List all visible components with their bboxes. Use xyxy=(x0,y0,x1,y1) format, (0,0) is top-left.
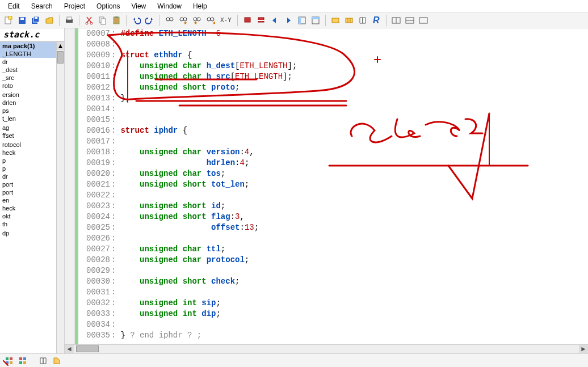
code-line[interactable]: 00007:#define ETH_LENGTH 6 xyxy=(82,28,588,39)
code-line[interactable]: 00020: unsigned char tos; xyxy=(82,168,588,179)
code-line[interactable]: 00018: unsigned char version:4, xyxy=(82,147,588,158)
bb-icon2[interactable] xyxy=(17,356,28,366)
symbol-item[interactable]: th xyxy=(0,220,56,228)
save-button[interactable] xyxy=(16,14,28,27)
symbol-item[interactable]: heck xyxy=(0,204,56,212)
symbol-item[interactable]: _src xyxy=(0,74,56,82)
paste-button[interactable] xyxy=(110,14,123,27)
scroll-right-icon[interactable]: ► xyxy=(579,345,588,353)
find-next-button[interactable]: ★ xyxy=(177,14,190,27)
symbol-item[interactable]: p xyxy=(0,157,56,164)
print-button[interactable] xyxy=(63,14,75,27)
layout2-button[interactable] xyxy=(309,14,322,27)
nav-forward-button[interactable] xyxy=(282,14,295,27)
window-split-v-button[interactable] xyxy=(404,14,416,27)
code-editor[interactable]: 00007:#define ETH_LENGTH 600008:00009:st… xyxy=(65,28,588,353)
menu-edit[interactable]: Edit xyxy=(3,1,24,11)
symbol-item[interactable]: en xyxy=(0,196,56,204)
code-line[interactable]: 00012: unsigned short proto; xyxy=(82,82,588,93)
h-scroll-thumb[interactable] xyxy=(76,345,99,352)
scroll-left-icon[interactable]: ◄ xyxy=(65,345,74,353)
symbol-item[interactable]: dr xyxy=(0,58,56,66)
code-line[interactable]: 00013:}; xyxy=(82,93,588,104)
menu-project[interactable]: Project xyxy=(60,1,90,11)
symbol-item[interactable]: ma pack(1) xyxy=(0,42,56,50)
code-line[interactable]: 00032: unsigned int sip; xyxy=(82,298,588,309)
symbol-item[interactable]: okt xyxy=(0,212,56,220)
code-line[interactable]: 00025: offset:13; xyxy=(82,222,588,233)
code-line[interactable]: 00027: unsigned char ttl; xyxy=(82,244,588,255)
scroll-up-icon[interactable]: ▲ xyxy=(57,42,64,50)
symbol-item[interactable]: port xyxy=(0,180,56,188)
symbol-item[interactable]: _dest xyxy=(0,66,56,74)
symbol-item[interactable]: dr xyxy=(0,172,56,180)
menu-search[interactable]: Search xyxy=(27,1,57,11)
copy-button[interactable] xyxy=(96,14,109,27)
code-line[interactable]: 00035:} ? end iphdr ? ; xyxy=(82,330,588,341)
symbol-item[interactable]: heck xyxy=(0,149,56,157)
bb-book-icon[interactable] xyxy=(37,356,49,366)
symbol-item[interactable]: t_len xyxy=(0,115,56,123)
scroll-thumb[interactable] xyxy=(57,51,64,64)
open-folder-button[interactable] xyxy=(43,14,56,27)
code-line[interactable]: 00033: unsigned int dip; xyxy=(82,309,588,319)
menu-view[interactable]: View xyxy=(127,1,150,11)
macro2-button[interactable] xyxy=(343,14,355,27)
code-line[interactable]: 00008: xyxy=(82,39,588,50)
code-line[interactable]: 00015: xyxy=(82,115,588,125)
code-line[interactable]: 00021: unsigned short tot_len; xyxy=(82,179,588,190)
code-body[interactable]: 00007:#define ETH_LENGTH 600008:00009:st… xyxy=(82,28,588,344)
find-button[interactable] xyxy=(163,14,176,27)
symbol-item[interactable]: roto xyxy=(0,82,56,90)
code-line[interactable]: 00014: xyxy=(82,104,588,115)
window-single-button[interactable] xyxy=(417,14,430,27)
code-line[interactable]: 00017: xyxy=(82,136,588,147)
window-split-h-button[interactable] xyxy=(390,14,402,27)
find-files-button[interactable]: ★ xyxy=(204,14,217,27)
nav-back-button[interactable] xyxy=(268,14,281,27)
bb-tag-icon[interactable] xyxy=(51,356,62,366)
redo-button[interactable] xyxy=(144,14,156,27)
cut-button[interactable] xyxy=(83,14,95,27)
code-line[interactable]: 00026: xyxy=(82,233,588,244)
file-tab[interactable]: stack.c xyxy=(0,28,64,41)
new-file-button[interactable] xyxy=(2,14,15,27)
menu-help[interactable]: Help xyxy=(188,1,212,11)
code-line[interactable]: 00010: unsigned char h_dest[ETH_LENGTH]; xyxy=(82,61,588,71)
code-line[interactable]: 00024: unsigned short flag:3, xyxy=(82,212,588,222)
code-line[interactable]: 00031: xyxy=(82,287,588,298)
symbol-item[interactable]: rotocol xyxy=(0,141,56,149)
layout1-button[interactable] xyxy=(296,14,308,27)
symbol-item[interactable]: _LENGTH xyxy=(0,50,56,58)
symbol-item[interactable]: port xyxy=(0,188,56,196)
symbol-item[interactable]: ag xyxy=(0,124,56,132)
code-line[interactable]: 00028: unsigned char protocol; xyxy=(82,255,588,265)
save-all-button[interactable] xyxy=(30,14,42,27)
code-line[interactable]: 00030: unsigned short check; xyxy=(82,276,588,287)
code-line[interactable]: 00016:struct iphdr { xyxy=(82,125,588,136)
code-line[interactable]: 00029: xyxy=(82,265,588,276)
menu-options[interactable]: Options xyxy=(92,1,124,11)
code-line[interactable]: 00034: xyxy=(82,319,588,330)
symbol-item[interactable]: ps xyxy=(0,107,56,115)
code-line[interactable]: 00019: hdrlen:4; xyxy=(82,158,588,168)
bookmark-set-button[interactable] xyxy=(241,14,254,27)
reference-button[interactable]: R xyxy=(370,14,383,27)
code-line[interactable]: 00011: unsigned char h_src[ETH_LENGTH]; xyxy=(82,71,588,82)
code-line[interactable]: 00023: unsigned short id; xyxy=(82,201,588,212)
find-prev-button[interactable]: ★ xyxy=(191,14,203,27)
code-line[interactable]: 00009:struct ethhdr { xyxy=(82,50,588,61)
symbol-item[interactable]: dp xyxy=(0,229,56,237)
symbol-item[interactable]: p xyxy=(0,164,56,172)
book-button[interactable] xyxy=(356,14,369,27)
sidebar-scrollbar[interactable]: ▲ xyxy=(56,42,64,353)
code-line[interactable]: 00022: xyxy=(82,190,588,201)
bookmark-del-button[interactable] xyxy=(255,14,267,27)
symbol-item[interactable]: drlen xyxy=(0,99,56,107)
macro1-button[interactable] xyxy=(329,14,342,27)
symbol-item[interactable]: ffset xyxy=(0,132,56,140)
menu-window[interactable]: Window xyxy=(153,1,186,11)
symbol-item[interactable]: ersion xyxy=(0,91,56,99)
undo-button[interactable] xyxy=(130,14,142,27)
editor-h-scrollbar[interactable]: ◄ ► xyxy=(65,344,588,353)
